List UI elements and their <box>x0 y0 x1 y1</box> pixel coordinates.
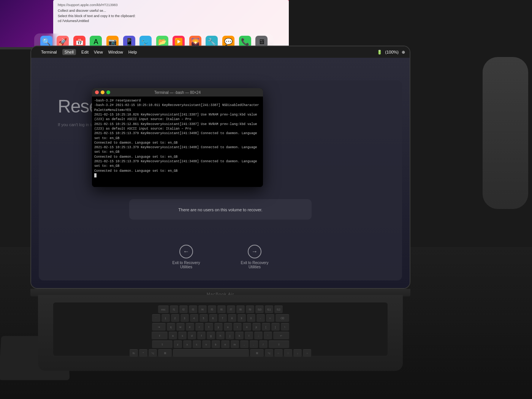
terminal-line-10: Connected to daemon. Language set to: en… <box>94 169 261 173</box>
key-capslock[interactable]: ⇪ <box>152 332 168 339</box>
key-down[interactable]: ↓ <box>293 349 302 357</box>
key-o[interactable]: o <box>243 323 251 331</box>
key-6[interactable]: 6 <box>209 314 217 322</box>
key-backspace[interactable]: ⌫ <box>276 314 289 322</box>
key-f[interactable]: f <box>197 332 206 339</box>
key-ctrl[interactable]: ⌃ <box>139 349 147 357</box>
menubar-edit[interactable]: Edit <box>81 50 89 54</box>
laptop-base: esc f1 f2 f3 f4 f5 f6 f7 f8 f9 f10 f11 f… <box>38 295 403 371</box>
key-rshift[interactable]: ⇧ <box>269 340 289 348</box>
key-n[interactable]: n <box>221 340 230 348</box>
key-period[interactable]: . <box>250 340 258 348</box>
terminal-line-9: 2021-02-15 10:25:13.379 KeyRecoveryAssis… <box>94 159 261 169</box>
key-minus[interactable]: - <box>256 314 265 322</box>
key-up[interactable]: ↑ <box>284 349 292 357</box>
key-q[interactable]: q <box>167 323 175 331</box>
key-7[interactable]: 7 <box>218 314 227 322</box>
key-f10[interactable]: f10 <box>255 306 264 313</box>
terminal-line-7: 2021-02-15 10:25:13.379 KeyRecoveryAssis… <box>94 145 261 155</box>
key-i[interactable]: i <box>233 323 242 331</box>
key-f8[interactable]: f8 <box>236 306 245 313</box>
key-left[interactable]: ← <box>274 349 283 357</box>
key-f4[interactable]: f4 <box>198 306 207 313</box>
menubar-window[interactable]: Window <box>108 50 123 54</box>
key-option[interactable]: ⌥ <box>149 349 157 357</box>
menubar-terminal[interactable]: Terminal <box>41 50 57 54</box>
key-esc[interactable]: esc <box>158 306 169 313</box>
minimize-button[interactable] <box>101 90 104 94</box>
key-return[interactable]: ↵ <box>273 332 289 339</box>
exit-button-right[interactable]: → Exit to Recovery Utilities <box>236 245 274 269</box>
menubar-shell[interactable]: Shell <box>62 49 76 55</box>
key-2[interactable]: 2 <box>171 314 179 322</box>
key-p[interactable]: p <box>252 323 261 331</box>
key-a[interactable]: a <box>169 332 177 339</box>
key-backslash[interactable]: \ <box>281 323 289 331</box>
key-right[interactable]: → <box>303 349 311 357</box>
key-9[interactable]: 9 <box>238 314 246 322</box>
key-d[interactable]: d <box>188 332 196 339</box>
key-quote[interactable]: ' <box>264 332 272 339</box>
key-v[interactable]: v <box>202 340 211 348</box>
key-slash[interactable]: / <box>259 340 268 348</box>
key-semicolon[interactable]: ; <box>254 332 263 339</box>
key-lshift[interactable]: ⇧ <box>152 340 173 348</box>
key-f5[interactable]: f5 <box>208 306 216 313</box>
key-equals[interactable]: = <box>266 314 274 322</box>
key-w[interactable]: w <box>176 323 185 331</box>
key-backtick[interactable]: ` <box>152 314 160 322</box>
key-j[interactable]: j <box>226 332 234 339</box>
fullscreen-button[interactable] <box>106 90 110 94</box>
key-y[interactable]: y <box>214 323 223 331</box>
key-comma[interactable]: , <box>240 340 249 348</box>
key-x[interactable]: x <box>183 340 192 348</box>
key-h[interactable]: h <box>216 332 225 339</box>
key-8[interactable]: 8 <box>228 314 236 322</box>
key-g[interactable]: g <box>207 332 215 339</box>
menubar-view[interactable]: View <box>94 50 103 54</box>
key-5[interactable]: 5 <box>200 314 208 322</box>
key-1[interactable]: 1 <box>162 314 170 322</box>
key-f7[interactable]: f7 <box>227 306 235 313</box>
terminal-body[interactable]: -bash-3.2# resetpassword -bash-3.2# 2021… <box>92 97 263 187</box>
wifi-icon: ⊕ <box>402 50 405 55</box>
key-c[interactable]: c <box>193 340 201 348</box>
menubar-help[interactable]: Help <box>128 50 137 54</box>
key-row-1: esc f1 f2 f3 f4 f5 f6 f7 f8 f9 f10 f11 f… <box>56 306 385 313</box>
key-f1[interactable]: f1 <box>170 306 178 313</box>
key-m[interactable]: m <box>231 340 239 348</box>
key-f9[interactable]: f9 <box>246 306 254 313</box>
terminal-title: Terminal — -bash — 80×24 <box>154 90 201 95</box>
key-roption[interactable]: ⌥ <box>265 349 273 357</box>
key-f3[interactable]: f3 <box>189 306 197 313</box>
key-tab[interactable]: ⇥ <box>152 323 166 331</box>
key-k[interactable]: k <box>235 332 244 339</box>
key-rcmd[interactable]: ⌘ <box>250 349 264 357</box>
key-e[interactable]: e <box>186 323 194 331</box>
close-button[interactable] <box>95 90 99 94</box>
key-s[interactable]: s <box>178 332 187 339</box>
key-rbracket[interactable]: ] <box>271 323 280 331</box>
key-0[interactable]: 0 <box>247 314 255 322</box>
key-3[interactable]: 3 <box>180 314 189 322</box>
key-f12[interactable]: f12 <box>274 306 283 313</box>
key-b[interactable]: b <box>212 340 220 348</box>
key-f6[interactable]: f6 <box>217 306 226 313</box>
exit-left-label: Exit to Recovery Utilities <box>167 261 205 269</box>
key-z[interactable]: z <box>174 340 182 348</box>
key-space[interactable] <box>173 349 249 357</box>
key-lcmd[interactable]: ⌘ <box>158 349 172 357</box>
key-f11[interactable]: f11 <box>265 306 273 313</box>
key-f2[interactable]: f2 <box>179 306 188 313</box>
key-l[interactable]: l <box>245 332 253 339</box>
key-lbracket[interactable]: [ <box>262 323 270 331</box>
terminal-window[interactable]: Terminal — -bash — 80×24 -bash-3.2# rese… <box>92 88 263 187</box>
key-u[interactable]: u <box>224 323 232 331</box>
terminal-cursor-line <box>94 173 261 178</box>
scene: https://support.apple.com/kb/HT213983 Co… <box>0 0 532 399</box>
key-4[interactable]: 4 <box>190 314 198 322</box>
key-fn[interactable]: fn <box>130 349 138 357</box>
key-t[interactable]: t <box>205 323 213 331</box>
key-r[interactable]: r <box>195 323 204 331</box>
exit-button-left[interactable]: ← Exit to Recovery Utilities <box>167 245 205 269</box>
